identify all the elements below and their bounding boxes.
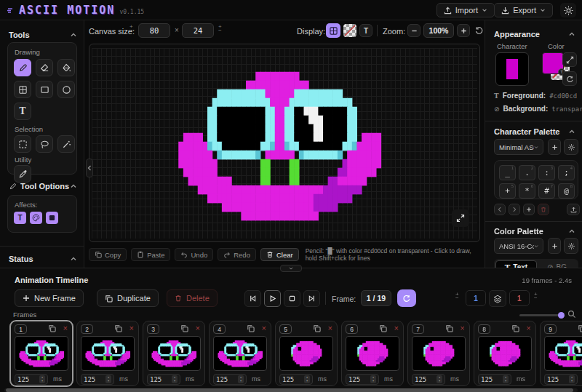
char-button[interactable]: #7 — [538, 183, 555, 199]
swap-colors-button[interactable] — [562, 52, 577, 67]
frame-duration-input[interactable]: 125▴▾ — [478, 374, 511, 385]
ascii-canvas[interactable] — [92, 48, 477, 239]
frame-delete-button[interactable]: × — [262, 324, 266, 333]
character-palette-preset-select[interactable]: Minimal ASC — [494, 139, 543, 155]
char-button[interactable]: *6 — [519, 183, 535, 199]
canvas-height-input[interactable]: 24 — [182, 23, 214, 38]
add-character-palette-button[interactable] — [548, 139, 561, 155]
stop-button[interactable] — [284, 290, 300, 307]
frame-duration-input[interactable]: 125▴▾ — [346, 374, 379, 385]
affects-character-toggle[interactable]: T — [14, 212, 26, 224]
duplicate-frame-button[interactable]: Duplicate — [97, 289, 159, 307]
display-grid-toggle[interactable] — [326, 23, 340, 38]
undo-button[interactable]: Undo — [175, 248, 213, 261]
frames-scrollbar-thumb[interactable] — [6, 388, 573, 392]
onion-next-count[interactable]: 1 — [509, 290, 530, 306]
next-palette-button[interactable] — [509, 204, 520, 215]
zoom-in-button[interactable] — [457, 24, 470, 37]
status-collapse-button[interactable] — [70, 256, 77, 262]
affects-color-toggle[interactable] — [30, 212, 42, 224]
import-button[interactable]: Import — [436, 3, 495, 17]
frame-duplicate-button[interactable] — [313, 324, 321, 332]
zoom-reset-button[interactable] — [474, 25, 484, 35]
eraser-tool-button[interactable] — [36, 59, 53, 76]
color-palette-settings-button[interactable] — [564, 238, 578, 254]
frame-duplicate-button[interactable] — [180, 324, 188, 332]
rectangle-tool-button[interactable] — [36, 81, 53, 98]
char-button[interactable]: :3 — [538, 165, 555, 180]
left-panel-collapse-handle[interactable] — [86, 159, 93, 177]
color-palette-collapse-button[interactable] — [568, 228, 575, 234]
onion-skin-button[interactable] — [489, 290, 506, 307]
add-color-palette-button[interactable] — [548, 238, 561, 254]
fullscreen-canvas-button[interactable] — [452, 209, 469, 227]
frame-duplicate-button[interactable] — [114, 324, 122, 332]
character-palette-collapse-button[interactable] — [568, 129, 575, 135]
frame-duplicate-button[interactable] — [578, 324, 582, 332]
frame-card[interactable]: 5×125▴▾ms — [275, 321, 338, 386]
frame-delete-button[interactable]: × — [394, 324, 399, 333]
onion-prev-stepper[interactable]: +− — [455, 292, 459, 300]
delete-character-button[interactable] — [538, 204, 549, 215]
add-character-button[interactable] — [523, 204, 535, 215]
frames-scrollbar-track[interactable] — [4, 388, 578, 392]
frame-duplicate-button[interactable] — [511, 324, 519, 332]
duration-stepper[interactable]: ▴▾ — [569, 375, 575, 383]
char-button[interactable]: ;4 — [558, 165, 575, 180]
export-button[interactable]: Export — [494, 3, 553, 17]
appearance-collapse-button[interactable] — [568, 31, 575, 37]
loop-toggle-button[interactable] — [397, 289, 416, 307]
tools-collapse-button[interactable] — [70, 32, 77, 38]
frame-card[interactable]: 8×125▴▾ms — [474, 321, 536, 386]
timeline-zoom-slider[interactable] — [519, 314, 562, 316]
text-tool-button[interactable]: T — [14, 103, 31, 120]
duration-stepper[interactable]: ▴▾ — [436, 375, 442, 383]
frame-duration-input[interactable]: 125▴▾ — [15, 374, 48, 385]
frame-duration-input[interactable]: 125▴▾ — [147, 374, 180, 385]
height-stepper[interactable]: +− — [218, 25, 222, 32]
frame-delete-button[interactable]: × — [527, 324, 531, 333]
timeline-collapse-handle[interactable] — [280, 265, 302, 272]
lasso-tool-button[interactable] — [36, 135, 53, 153]
pattern-tool-button[interactable] — [14, 81, 31, 98]
reset-colors-button[interactable] — [562, 71, 577, 86]
redo-button[interactable]: Redo — [218, 248, 256, 261]
char-button[interactable]: _1 — [499, 165, 516, 180]
slider-knob[interactable] — [558, 312, 565, 319]
pencil-tool-button[interactable] — [14, 59, 31, 76]
duration-stepper[interactable]: ▴▾ — [503, 375, 509, 383]
fill-tool-button[interactable] — [57, 59, 75, 76]
new-frame-button[interactable]: New Frame — [15, 289, 84, 307]
copy-button[interactable]: Copy — [89, 248, 127, 261]
skip-start-button[interactable] — [244, 290, 261, 307]
display-transparency-toggle[interactable] — [343, 24, 356, 37]
frame-duplicate-button[interactable] — [379, 324, 387, 332]
frame-duration-input[interactable]: 125▴▾ — [279, 374, 313, 385]
char-button[interactable]: +5 — [499, 183, 516, 199]
frame-duplicate-button[interactable] — [445, 324, 453, 332]
frame-duration-input[interactable]: 125▴▾ — [544, 374, 578, 385]
eyedropper-tool-button[interactable] — [14, 165, 31, 183]
export-palette-button[interactable] — [567, 204, 580, 215]
frame-delete-button[interactable]: × — [63, 324, 68, 333]
duration-stepper[interactable]: ▴▾ — [238, 375, 244, 383]
onion-prev-count[interactable]: 1 — [466, 290, 486, 306]
zoom-out-button[interactable] — [407, 24, 420, 37]
frame-duplicate-button[interactable] — [247, 324, 255, 332]
frame-delete-button[interactable]: × — [461, 324, 465, 333]
width-stepper[interactable]: +− — [129, 25, 133, 32]
duration-stepper[interactable]: ▴▾ — [105, 375, 111, 383]
paste-button[interactable]: Paste — [131, 248, 170, 261]
magic-wand-tool-button[interactable] — [57, 135, 75, 153]
color-palette-preset-select[interactable]: ANSI 16-Col — [494, 238, 543, 254]
delete-frame-button[interactable]: Delete — [167, 289, 218, 307]
skip-end-button[interactable] — [303, 290, 320, 307]
character-palette-settings-button[interactable] — [564, 139, 578, 155]
tool-options-collapse-button[interactable] — [70, 183, 77, 189]
display-text-toggle[interactable]: T — [359, 24, 372, 37]
theme-toggle-button[interactable] — [560, 3, 576, 17]
frame-duration-input[interactable]: 125▴▾ — [412, 374, 445, 385]
frame-card[interactable]: 6×125▴▾ms — [341, 321, 404, 386]
frame-card[interactable]: 3×125▴▾ms — [143, 321, 205, 386]
frame-card[interactable]: 9×125▴▾ms — [540, 321, 582, 386]
